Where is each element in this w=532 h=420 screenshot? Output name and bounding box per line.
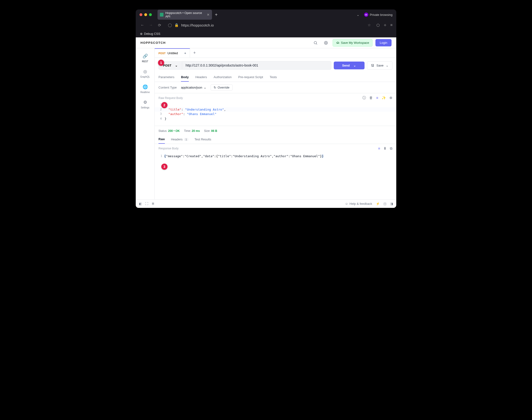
browser-toolbar: ← → ⟳ ◯ 🔒 https://hoppscotch.io ☆ ⬡ ✧ ≡ — [136, 20, 396, 30]
tab-body[interactable]: Body — [181, 73, 189, 82]
extension-icon[interactable]: ✧ — [383, 23, 387, 28]
copy-icon[interactable]: ⧉ — [390, 146, 393, 150]
send-label: Send — [342, 64, 350, 67]
download-icon[interactable]: ⬇ — [383, 146, 387, 150]
line-number: 4 — [155, 117, 165, 121]
sidebar-item-rest[interactable]: 🔗 REST — [136, 51, 154, 66]
content-type-row: Content Type application/json ⌄ ↻ Overri… — [155, 82, 396, 93]
sidebar-item-label: Settings — [141, 106, 149, 109]
sidebar-item-graphql[interactable]: ◎ GraphQL — [136, 66, 154, 81]
browser-tab[interactable]: Hoppscotch • Open source API ✕ — [157, 10, 212, 20]
sidebar-item-label: GraphQL — [140, 75, 150, 78]
url-field[interactable]: ◯ 🔒 https://hoppscotch.io ☆ — [165, 23, 374, 27]
time-label: Time: — [184, 129, 191, 133]
link-icon: 🔗 — [143, 54, 148, 59]
content-type-label: Content Type — [158, 86, 177, 89]
send-button[interactable]: Send ⌄ — [334, 61, 365, 69]
lock-icon: 🔒 — [174, 23, 179, 27]
time-value: 20 ms — [192, 129, 200, 133]
help-icon[interactable]: ⓘ — [362, 96, 366, 100]
wrap-icon[interactable]: ≡ — [378, 146, 380, 150]
svg-point-2 — [324, 41, 328, 45]
chevron-down-icon: ⌄ — [175, 64, 178, 67]
svg-point-0 — [314, 41, 317, 44]
expand-icon[interactable]: ⛶ — [145, 202, 148, 206]
import-icon[interactable]: ⊕ — [389, 96, 393, 100]
search-icon[interactable] — [312, 39, 319, 47]
resp-tab-tests[interactable]: Test Results — [195, 135, 211, 143]
trash-icon[interactable]: 🗑 — [369, 96, 373, 100]
login-button[interactable]: Login — [375, 39, 392, 46]
status-ok: OK — [176, 129, 180, 133]
request-url-input[interactable] — [182, 61, 331, 70]
resp-tab-raw[interactable]: Raw — [158, 135, 165, 144]
magic-icon[interactable]: ✨ — [381, 96, 386, 100]
panel-icon[interactable]: ◫ — [383, 202, 386, 206]
sidebar-item-realtime[interactable]: 🌐 Realtime — [136, 81, 154, 97]
bookmark-star-icon[interactable]: ☆ — [368, 23, 371, 27]
save-workspace-button[interactable]: Save My Workspace — [333, 39, 373, 47]
tab-tests[interactable]: Tests — [270, 73, 277, 82]
chevron-down-icon: ⌄ — [204, 86, 206, 89]
globe-icon: 🌐 — [143, 84, 148, 90]
sidebar-item-settings[interactable]: ⚙ Settings — [136, 97, 154, 112]
save-label: Save — [376, 64, 383, 67]
reload-button[interactable]: ⟳ — [157, 23, 162, 28]
response-body-viewer: 1 {"message":"Created","data":{"title":"… — [155, 153, 396, 165]
shield-icon[interactable]: ⛨ — [152, 202, 155, 206]
pocket-icon[interactable]: ⬡ — [376, 23, 380, 28]
new-tab-button[interactable]: + — [215, 12, 218, 17]
method-value: POST — [163, 64, 171, 67]
panel-right-icon[interactable]: ◨ — [390, 202, 393, 206]
svg-line-1 — [317, 44, 317, 44]
browser-tabbar: Hoppscotch • Open source API ✕ + ⌄ Priva… — [136, 10, 396, 20]
wrap-icon[interactable]: ≡ — [376, 96, 378, 100]
help-feedback-button[interactable]: ☺ Help & feedback — [345, 202, 372, 206]
override-button[interactable]: ↻ Override — [211, 84, 233, 91]
raw-body-label: Raw Request Body — [158, 96, 183, 100]
save-request-button[interactable]: 🖫 Save ⌄ — [367, 61, 393, 70]
code-line[interactable]: } — [165, 117, 167, 121]
tab-prerequest[interactable]: Pre-request Script — [238, 73, 263, 82]
request-body-editor[interactable]: 1{2 "title": "Understanding Astro",3 "au… — [155, 103, 396, 126]
debug-toolbar: ⊕ Debug CSS — [136, 30, 396, 37]
request-tab[interactable]: POST Untitled — [155, 48, 190, 58]
debug-css-label[interactable]: Debug CSS — [144, 32, 160, 35]
forward-button[interactable]: → — [148, 23, 154, 27]
bolt-icon[interactable]: ⚡ — [376, 202, 380, 206]
request-row: POST ⌄ Send ⌄ 🖫 Save ⌄ — [155, 58, 396, 73]
headers-count: 1 — [184, 138, 188, 141]
code-line[interactable]: "author": "Ohans Emmanuel" — [165, 112, 216, 117]
tab-headers[interactable]: Headers — [196, 73, 207, 82]
private-browsing-label: Private browsing — [370, 13, 393, 16]
hamburger-menu-icon[interactable]: ≡ — [390, 23, 393, 28]
globe-icon: ⊕ — [140, 32, 143, 35]
chevron-down-icon: ⌄ — [386, 64, 388, 67]
annotation-1: 1 — [158, 60, 164, 66]
tab-authorization[interactable]: Authorization — [214, 73, 232, 82]
tab-title: Untitled — [167, 51, 178, 55]
sidebar-item-label: REST — [142, 60, 148, 63]
minimize-window-button[interactable] — [144, 13, 147, 16]
url-text: https://hoppscotch.io — [181, 23, 214, 27]
raw-body-header: Raw Request Body ⓘ 🗑 ≡ ✨ ⊕ — [155, 93, 396, 103]
tab-parameters[interactable]: Parameters — [158, 73, 174, 82]
save-workspace-label: Save My Workspace — [341, 41, 369, 45]
brand-logo: HOPPSCOTCH — [140, 41, 166, 45]
private-browsing-badge: Private browsing — [364, 13, 393, 17]
close-window-button[interactable] — [139, 13, 142, 16]
back-button[interactable]: ← — [139, 23, 145, 27]
refresh-icon: ↻ — [214, 86, 216, 89]
maximize-window-button[interactable] — [149, 13, 152, 16]
resp-tab-headers[interactable]: Headers 1 — [171, 135, 188, 143]
tab-list-chevron-icon[interactable]: ⌄ — [357, 13, 359, 16]
sidebar-item-label: Realtime — [140, 91, 150, 93]
chevron-down-icon: ⌄ — [353, 64, 356, 67]
code-line[interactable]: "title": "Understanding Astro", — [165, 107, 226, 112]
help-label: Help & feedback — [350, 202, 372, 206]
panel-left-icon[interactable]: ◧ — [139, 202, 142, 206]
content-type-selector[interactable]: application/json ⌄ — [181, 86, 206, 89]
close-tab-icon[interactable]: ✕ — [207, 13, 210, 16]
support-icon[interactable] — [322, 39, 330, 47]
add-request-tab-button[interactable]: + — [190, 50, 199, 55]
